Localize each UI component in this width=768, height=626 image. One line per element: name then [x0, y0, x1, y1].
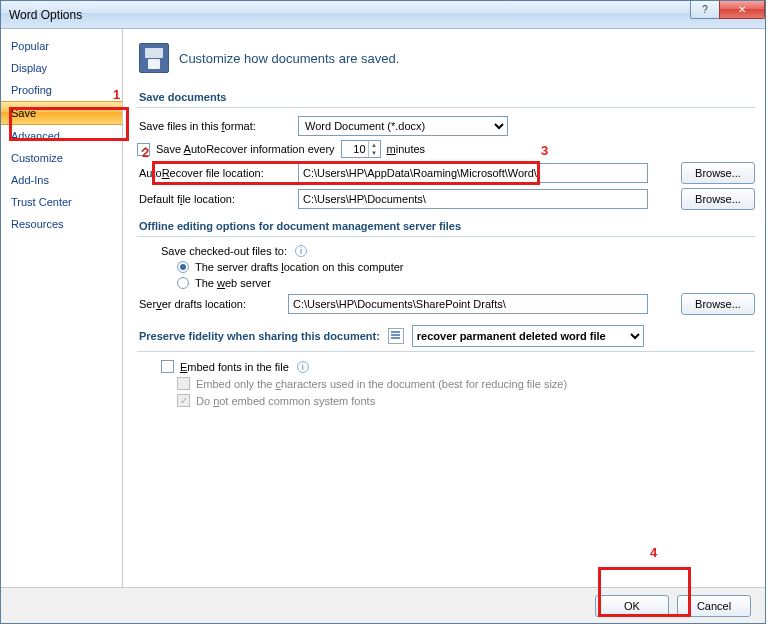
window: Word Options ? ✕ Popular Display Proofin…: [0, 0, 766, 624]
section-save-documents: Save documents: [137, 87, 755, 108]
browse-autorecover-button[interactable]: Browse...: [681, 162, 755, 184]
autorecover-minutes-input[interactable]: [342, 143, 368, 155]
cancel-button[interactable]: Cancel: [677, 595, 751, 617]
autorecover-loc-label: AutoRecover file location:: [137, 167, 292, 179]
content: Popular Display Proofing Save Advanced C…: [1, 29, 765, 587]
sidebar-item-customize[interactable]: Customize: [1, 147, 122, 169]
page-header: Customize how documents are saved.: [139, 43, 755, 73]
radio-web-server-label: The web server: [195, 277, 271, 289]
row-default-location: Default file location: Browse...: [137, 188, 755, 210]
window-title: Word Options: [9, 8, 82, 22]
titlebar: Word Options ? ✕: [1, 1, 765, 29]
row-radio-web-server: The web server: [137, 277, 755, 289]
sidebar-item-display[interactable]: Display: [1, 57, 122, 79]
sidebar: Popular Display Proofing Save Advanced C…: [1, 29, 123, 587]
row-radio-server-drafts: The server drafts location on this compu…: [137, 261, 755, 273]
close-button[interactable]: ✕: [719, 1, 765, 19]
preserve-title: Preserve fidelity when sharing this docu…: [139, 330, 380, 342]
row-autorecover-interval: Save AutoRecover information every ▲▼ mi…: [137, 140, 755, 158]
sidebar-item-popular[interactable]: Popular: [1, 35, 122, 57]
help-button[interactable]: ?: [690, 1, 720, 19]
embed-chars-label: Embed only the characters used in the do…: [196, 378, 567, 390]
drafts-loc-label: Server drafts location:: [137, 298, 282, 310]
default-loc-label: Default file location:: [137, 193, 292, 205]
autorecover-loc-input[interactable]: [298, 163, 648, 183]
save-disk-icon: [139, 43, 169, 73]
embed-chars-checkbox: [177, 377, 190, 390]
sidebar-item-save[interactable]: Save: [1, 101, 122, 125]
autorecover-label: Save AutoRecover information every: [156, 143, 335, 155]
sidebar-item-trustcenter[interactable]: Trust Center: [1, 191, 122, 213]
no-common-label: Do not embed common system fonts: [196, 395, 375, 407]
embed-fonts-label: Embed fonts in the file: [180, 361, 289, 373]
info-icon[interactable]: i: [295, 245, 307, 257]
row-format: Save files in this format: Word Document…: [137, 116, 755, 136]
radio-web-server[interactable]: [177, 277, 189, 289]
spin-arrows[interactable]: ▲▼: [368, 141, 380, 157]
format-select[interactable]: Word Document (*.docx): [298, 116, 508, 136]
annotation-1: 1: [113, 87, 120, 102]
browse-default-button[interactable]: Browse...: [681, 188, 755, 210]
row-embed-chars: Embed only the characters used in the do…: [137, 377, 755, 390]
drafts-loc-input[interactable]: [288, 294, 648, 314]
section-offline: Offline editing options for document man…: [137, 216, 755, 237]
annotation-4: 4: [650, 545, 657, 560]
annotation-2: 2: [142, 145, 149, 160]
radio-server-drafts-label: The server drafts location on this compu…: [195, 261, 404, 273]
embed-fonts-checkbox[interactable]: [161, 360, 174, 373]
checked-out-label: Save checked-out files to:: [161, 245, 287, 257]
sidebar-item-resources[interactable]: Resources: [1, 213, 122, 235]
row-no-common: Do not embed common system fonts: [137, 394, 755, 407]
default-loc-input[interactable]: [298, 189, 648, 209]
no-common-checkbox: [177, 394, 190, 407]
sidebar-item-addins[interactable]: Add-Ins: [1, 169, 122, 191]
autorecover-unit: minutes: [387, 143, 426, 155]
sidebar-item-proofing[interactable]: Proofing: [1, 79, 122, 101]
section-preserve: Preserve fidelity when sharing this docu…: [137, 321, 755, 352]
format-label: Save files in this format:: [137, 120, 292, 132]
browse-drafts-button[interactable]: Browse...: [681, 293, 755, 315]
window-buttons: ? ✕: [691, 1, 765, 19]
autorecover-minutes-spin[interactable]: ▲▼: [341, 140, 381, 158]
row-drafts-location: Server drafts location: Browse...: [137, 293, 755, 315]
preserve-document-select[interactable]: recover parmanent deleted word file: [412, 325, 644, 347]
row-embed-fonts: Embed fonts in the file i: [137, 360, 755, 373]
radio-server-drafts[interactable]: [177, 261, 189, 273]
document-icon: [388, 328, 404, 344]
sidebar-item-advanced[interactable]: Advanced: [1, 125, 122, 147]
info-icon-embed[interactable]: i: [297, 361, 309, 373]
annotation-3: 3: [541, 143, 548, 158]
page-title: Customize how documents are saved.: [179, 51, 399, 66]
ok-button[interactable]: OK: [595, 595, 669, 617]
main-panel: Customize how documents are saved. Save …: [123, 29, 765, 587]
footer: OK Cancel: [1, 587, 765, 623]
row-autorecover-location: AutoRecover file location: Browse...: [137, 162, 755, 184]
row-checked-out-label: Save checked-out files to: i: [137, 245, 755, 257]
